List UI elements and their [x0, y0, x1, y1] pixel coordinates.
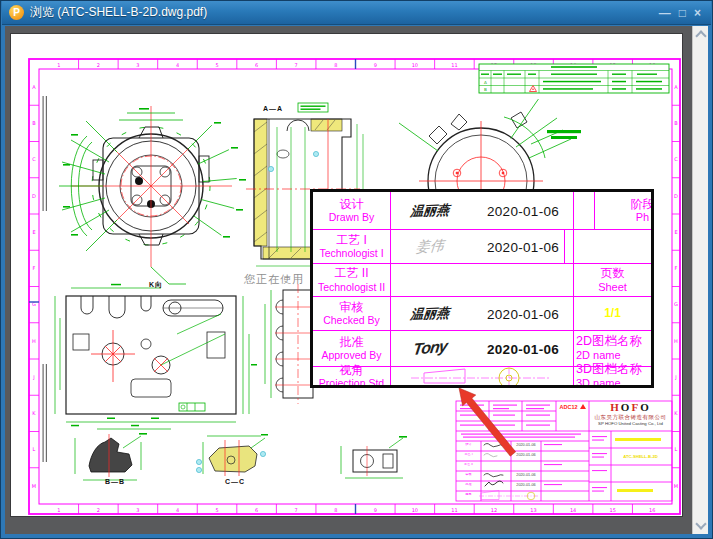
vertical-scrollbar[interactable]: [692, 26, 708, 534]
app-icon: P: [9, 5, 24, 20]
grid-row-label: F: [675, 265, 678, 271]
popup-row-approved-by: 批准 Approved By Tony 2020-01-06 2D图档名称 2D…: [313, 330, 651, 366]
logo-letter: F: [631, 401, 640, 413]
grid-column-label: 2: [97, 507, 100, 513]
popup-signature-cell: 温丽燕 2020-01-06: [391, 192, 574, 229]
popup-right-cell: 阶段 Ph: [604, 192, 654, 229]
grid-row-label: D: [32, 193, 36, 199]
grid-row-label: C: [32, 156, 36, 162]
grid-column-label: 12: [491, 507, 497, 513]
grid-row-label: L: [33, 446, 36, 452]
popup-signature-cell: 温丽燕 2020-01-06: [391, 297, 574, 330]
popup-label: 工艺 I Technologist I: [313, 230, 391, 263]
scroll-up-icon[interactable]: [695, 30, 706, 41]
popup-signature-cell: [391, 264, 574, 296]
grid-column-label: 6: [255, 507, 258, 513]
grid-row-label: D: [674, 193, 678, 199]
grid-row-label: F: [33, 265, 36, 271]
mini-titleblock-row: 设计2020-01-06: [456, 441, 589, 451]
grid-row-label: A: [674, 84, 678, 90]
warning-triangle-icon: [580, 404, 586, 409]
popup-projection-cell: [391, 367, 574, 386]
grid-column-label: 16: [649, 507, 655, 513]
material-cell: ADC12: [557, 404, 588, 410]
mini-titleblock-row: 工艺 I2020-01-06: [456, 451, 589, 461]
popup-label: 视角 Projection Std: [313, 367, 391, 386]
grid-row-label: H: [674, 338, 678, 344]
grid-column-label: 9: [374, 507, 377, 513]
viewer-window: P 浏览 (ATC-SHELL-B-2D.dwg.pdf) — □ × 1122…: [0, 0, 713, 539]
mini-titleblock-rows: 设计2020-01-06工艺 I2020-01-06工艺 II审核2020-01…: [456, 441, 589, 501]
signature: Tony: [390, 334, 470, 361]
mini-row-label: 审核: [456, 473, 481, 476]
grid-column-label: 9: [374, 62, 377, 68]
grid-column-label: 15: [609, 507, 615, 513]
logo-letter: O: [621, 401, 632, 413]
maximize-button[interactable]: □: [679, 3, 686, 23]
popup-signature-cell: 姜伟 2020-01-06: [391, 230, 574, 263]
grid-row-label: H: [32, 338, 36, 344]
grid-column-label: 13: [530, 507, 536, 513]
grid-row-label: K: [674, 410, 678, 416]
popup-row-technologist-1: 工艺 I Technologist I 姜伟 2020-01-06: [313, 229, 651, 263]
view-k: [55, 284, 257, 429]
popup-row-technologist-2: 工艺 II Technologist II 页数 Sheet: [313, 263, 651, 296]
titleblock-popup: 设计 Drawn By 温丽燕 2020-01-06 阶段 Ph 工艺 I: [310, 189, 654, 388]
popup-label: 批准 Approved By: [313, 331, 391, 366]
signature: 温丽燕: [390, 200, 470, 221]
popup-right-cell: 2D图档名称 2D name: [574, 331, 651, 366]
projection-symbol-graphic: [391, 367, 573, 386]
margin-notes: [43, 96, 48, 462]
grid-column-label: 10: [412, 62, 418, 68]
company-name-en: SP HOFO United Casting Co., Ltd: [590, 422, 671, 426]
mini-row-date: 2020-01-06: [511, 474, 541, 478]
popup-right-cell: [574, 230, 651, 263]
titlebar[interactable]: P 浏览 (ATC-SHELL-B-2D.dwg.pdf) — □ ×: [2, 1, 711, 25]
grid-row-label: K: [32, 410, 36, 416]
fold-marks: [29, 59, 356, 514]
view-side-strip: [265, 284, 313, 404]
popup-label: 工艺 II Technologist II: [313, 264, 391, 296]
view-label-cc: C—C: [225, 478, 245, 485]
popup-row-drawn-by: 设计 Drawn By 温丽燕 2020-01-06 阶段 Ph: [313, 192, 651, 229]
close-button[interactable]: ×: [694, 3, 701, 23]
view-detail-bottom: [341, 436, 407, 478]
hofo-logo: HOFO: [590, 402, 671, 413]
mini-row-label: 设计: [456, 443, 481, 446]
date-value: 2020-01-06: [487, 306, 559, 321]
grid-column-label: 7: [295, 62, 298, 68]
mini-row-label: 视角: [456, 493, 481, 496]
date-value: 2020-01-06: [487, 239, 559, 254]
grid-column-label: 8: [334, 62, 337, 68]
grid-row-label: B: [32, 120, 36, 126]
grid-column-label: 1: [57, 507, 60, 513]
popup-right-cell: 3D图档名称 3D name: [574, 367, 651, 386]
grid-column-label: 10: [412, 507, 418, 513]
trial-watermark: 您正在使用: [244, 272, 304, 287]
mini-titleblock-row: 审核2020-01-06: [456, 471, 589, 481]
view-section-cc: [196, 434, 268, 476]
grid-row-label: C: [674, 156, 678, 162]
signature: 姜伟: [390, 235, 470, 259]
mini-row-label: 工艺 II: [456, 463, 481, 466]
grid-row-label: J: [674, 374, 676, 380]
grid-row-label: B: [674, 120, 678, 126]
date-value: 2020-01-06: [487, 203, 559, 218]
grid-column-label: 14: [570, 507, 576, 513]
app-icon-letter: P: [13, 7, 20, 18]
mini-row-date: 2020-01-06: [511, 484, 541, 488]
mini-row-label: 批准: [456, 483, 481, 486]
grid-row-label: E: [32, 229, 35, 235]
scroll-down-icon[interactable]: [695, 518, 706, 529]
grid-column-label: 11: [451, 62, 457, 68]
grid-column-label: 3: [136, 507, 139, 513]
window-title: 浏览 (ATC-SHELL-B-2D.dwg.pdf): [30, 4, 207, 21]
grid-column-label: 1: [57, 62, 60, 68]
mini-row-date: 2020-01-06: [511, 454, 541, 458]
company-logo-block: HOFO 山东昊方联合铸造有限公司 SP HOFO United Casting…: [590, 402, 671, 430]
mini-titleblock-row: 工艺 II: [456, 461, 589, 471]
grid-column-label: 7: [295, 507, 298, 513]
material-value: ADC12: [559, 404, 577, 410]
doc-code-value: ATC-SHELL-B-2D: [612, 454, 669, 459]
minimize-button[interactable]: —: [659, 3, 671, 23]
